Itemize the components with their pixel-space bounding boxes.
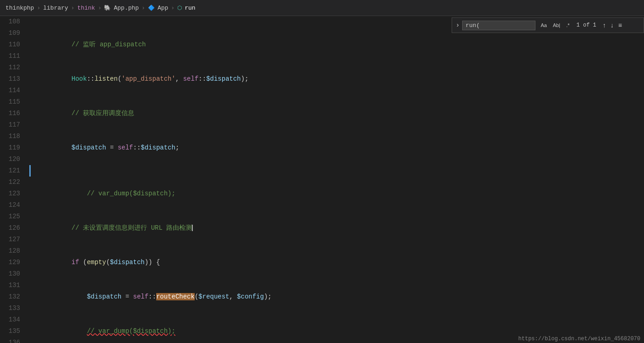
- breadcrumb-library[interactable]: library: [43, 5, 68, 11]
- breadcrumb-thinkphp[interactable]: thinkphp: [5, 5, 34, 11]
- breadcrumb-think[interactable]: think: [77, 5, 95, 11]
- code-line-111: // 获取应用调度信息: [31, 96, 644, 131]
- regex-button[interactable]: .*: [564, 22, 572, 29]
- search-prev-button[interactable]: ↑: [601, 21, 608, 29]
- line-numbers: 108 109 110 111 112 113 114 115 116 117 …: [0, 16, 27, 343]
- method-icon: ⬡: [177, 5, 182, 11]
- search-expand-icon: ›: [456, 22, 459, 29]
- sep2: ›: [71, 5, 75, 11]
- search-menu-button[interactable]: ≡: [617, 21, 624, 29]
- breadcrumb-app[interactable]: App: [158, 5, 168, 11]
- sep3: ›: [98, 5, 102, 11]
- match-word-button[interactable]: Ab|: [551, 22, 562, 29]
- breadcrumb-appphp[interactable]: App.php: [114, 5, 139, 11]
- code-line-115: if (empty($dispatch)) {: [31, 245, 644, 280]
- sep5: ›: [171, 5, 175, 11]
- editor-area: 108 109 110 111 112 113 114 115 116 117 …: [0, 16, 644, 343]
- search-count: 1 of 1: [577, 22, 596, 28]
- text-cursor: [192, 225, 193, 231]
- search-actions: Aa Ab| .*: [538, 22, 572, 29]
- breadcrumb-run[interactable]: run: [185, 5, 195, 11]
- code-line-110: Hook::listen('app_dispatch', self::$disp…: [31, 62, 644, 96]
- php-file-icon: 🐘: [104, 5, 111, 11]
- code-line-112: $dispatch = self::$dispatch;: [31, 131, 644, 165]
- status-bar-url: https://blog.csdn.net/weixin_45682070: [515, 335, 644, 343]
- search-navigation: ↑ ↓ ≡: [601, 21, 624, 29]
- code-content[interactable]: // 监听 app_dispatch Hook::listen('app_dis…: [27, 16, 644, 343]
- breadcrumb-bar: thinkphp › library › think › 🐘 App.php ›…: [0, 0, 644, 16]
- code-line-113: // var_dump($dispatch);: [31, 165, 644, 211]
- class-icon: 🔷: [148, 5, 155, 11]
- sep1: ›: [37, 5, 40, 11]
- search-next-button[interactable]: ↓: [609, 21, 616, 29]
- search-overlay: › Aa Ab| .* 1 of 1 ↑ ↓ ≡: [452, 17, 644, 33]
- code-line-116: $dispatch = self::routeCheck($request, $…: [31, 280, 644, 314]
- code-line-114: // 未设置调度信息则进行 URL 路由检测: [31, 211, 644, 245]
- search-input[interactable]: [462, 21, 535, 30]
- match-case-button[interactable]: Aa: [538, 22, 549, 29]
- sep4: ›: [142, 5, 145, 11]
